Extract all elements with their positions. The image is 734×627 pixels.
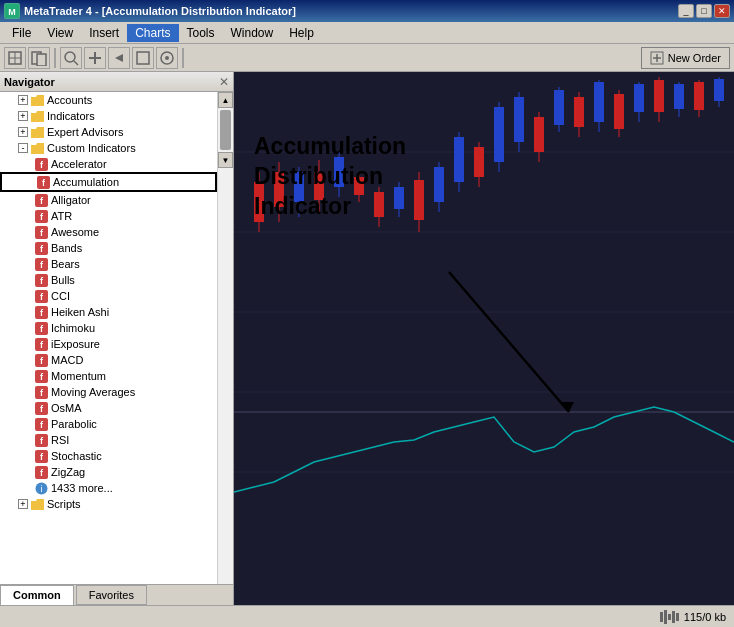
tree-item-osma[interactable]: f OsMA <box>0 400 217 416</box>
tree-item-parabolic[interactable]: f Parabolic <box>0 416 217 432</box>
tree-item-bulls[interactable]: f Bulls <box>0 272 217 288</box>
zigzag-label: ZigZag <box>51 466 85 478</box>
expand-custom-icon[interactable]: - <box>18 143 28 153</box>
expand-scripts-icon[interactable]: + <box>18 499 28 509</box>
svg-rect-91 <box>494 107 504 162</box>
toolbar-btn-6[interactable] <box>132 47 154 69</box>
status-bar: 115/0 kb <box>0 605 734 627</box>
tree-item-heiken-ashi[interactable]: f Heiken Ashi <box>0 304 217 320</box>
tree-item-bears[interactable]: f Bears <box>0 256 217 272</box>
bears-label: Bears <box>51 258 80 270</box>
tree-item-custom-indicators[interactable]: - Custom Indicators <box>0 140 217 156</box>
tree-item-scripts[interactable]: + Scripts <box>0 496 217 512</box>
window-title: MetaTrader 4 - [Accumulation Distributio… <box>24 5 296 17</box>
tree-item-moving-averages[interactable]: f Moving Averages <box>0 384 217 400</box>
tree-item-macd[interactable]: f MACD <box>0 352 217 368</box>
menu-insert[interactable]: Insert <box>81 24 127 42</box>
tab-common[interactable]: Common <box>0 585 74 605</box>
bands-label: Bands <box>51 242 82 254</box>
indicators-label: Indicators <box>47 110 95 122</box>
tree-item-momentum[interactable]: f Momentum <box>0 368 217 384</box>
app-icon: M <box>4 3 20 19</box>
zigzag-icon: f <box>34 465 48 479</box>
menu-help[interactable]: Help <box>281 24 322 42</box>
svg-marker-11 <box>115 54 123 62</box>
menu-bar: File View Insert Charts Tools Window Hel… <box>0 22 734 44</box>
accumulation-label: Accumulation <box>53 176 119 188</box>
scroll-thumb[interactable] <box>220 110 231 150</box>
tree-item-accounts[interactable]: + Accounts <box>0 92 217 108</box>
indicators-folder-icon <box>30 109 44 123</box>
chart-area: Accumulation Distribution Indicator <box>234 72 734 605</box>
more-label: 1433 more... <box>51 482 113 494</box>
toolbar-btn-4[interactable] <box>84 47 106 69</box>
iexposure-icon: f <box>34 337 48 351</box>
cci-label: CCI <box>51 290 70 302</box>
menu-charts[interactable]: Charts <box>127 24 178 42</box>
stochastic-label: Stochastic <box>51 450 102 462</box>
iexposure-label: iExposure <box>51 338 100 350</box>
tree-item-zigzag[interactable]: f ZigZag <box>0 464 217 480</box>
svg-line-8 <box>74 61 78 65</box>
tree-item-more[interactable]: i 1433 more... <box>0 480 217 496</box>
awesome-label: Awesome <box>51 226 99 238</box>
macd-icon: f <box>34 353 48 367</box>
navigator-panel: Navigator ✕ + Accounts + <box>0 72 234 605</box>
menu-view[interactable]: View <box>39 24 81 42</box>
tree-item-accumulation[interactable]: f Accumulation <box>0 172 217 192</box>
ichimoku-label: Ichimoku <box>51 322 95 334</box>
ma-icon: f <box>34 385 48 399</box>
accounts-folder-icon <box>30 93 44 107</box>
tree-item-alligator[interactable]: f Alligator <box>0 192 217 208</box>
menu-file[interactable]: File <box>4 24 39 42</box>
toolbar-btn-5[interactable] <box>108 47 130 69</box>
parabolic-label: Parabolic <box>51 418 97 430</box>
menu-tools[interactable]: Tools <box>179 24 223 42</box>
svg-rect-109 <box>674 84 684 109</box>
navigator-scrollbar[interactable]: ▲ ▼ <box>217 92 233 584</box>
tree-item-awesome[interactable]: f Awesome <box>0 224 217 240</box>
accelerator-icon: f <box>34 157 48 171</box>
tree-item-rsi[interactable]: f RSI <box>0 432 217 448</box>
toolbar-btn-7[interactable] <box>156 47 178 69</box>
scroll-up-button[interactable]: ▲ <box>218 92 233 108</box>
minimize-button[interactable]: _ <box>678 4 694 18</box>
toolbar-btn-2[interactable] <box>28 47 50 69</box>
expand-ea-icon[interactable]: + <box>18 127 28 137</box>
scripts-folder-icon <box>30 497 44 511</box>
maximize-button[interactable]: □ <box>696 4 712 18</box>
memory-icon <box>660 610 680 624</box>
tab-favorites[interactable]: Favorites <box>76 585 147 605</box>
svg-rect-95 <box>534 117 544 152</box>
stochastic-icon: f <box>34 449 48 463</box>
tree-item-indicators[interactable]: + Indicators <box>0 108 217 124</box>
svg-rect-87 <box>454 137 464 182</box>
tree-item-ichimoku[interactable]: f Ichimoku <box>0 320 217 336</box>
tree-item-cci[interactable]: f CCI <box>0 288 217 304</box>
new-order-button[interactable]: New Order <box>641 47 730 69</box>
scroll-down-button[interactable]: ▼ <box>218 152 233 168</box>
tree-item-atr[interactable]: f ATR <box>0 208 217 224</box>
heiken-icon: f <box>34 305 48 319</box>
svg-rect-85 <box>434 167 444 202</box>
navigator-tabs: Common Favorites <box>0 584 233 605</box>
tree-item-iexposure[interactable]: f iExposure <box>0 336 217 352</box>
tree-item-expert-advisors[interactable]: + Expert Advisors <box>0 124 217 140</box>
ma-label: Moving Averages <box>51 386 135 398</box>
tree-item-accelerator[interactable]: f Accelerator <box>0 156 217 172</box>
navigator-title: Navigator <box>4 76 55 88</box>
bands-icon: f <box>34 241 48 255</box>
toolbar-btn-3[interactable] <box>60 47 82 69</box>
tree-item-stochastic[interactable]: f Stochastic <box>0 448 217 464</box>
menu-window[interactable]: Window <box>223 24 282 42</box>
tree-item-bands[interactable]: f Bands <box>0 240 217 256</box>
toolbar-btn-1[interactable] <box>4 47 26 69</box>
toolbar-right: New Order <box>641 47 730 69</box>
navigator-close-button[interactable]: ✕ <box>219 75 229 89</box>
close-button[interactable]: ✕ <box>714 4 730 18</box>
annotation-line-3: Indicator <box>254 192 406 222</box>
rsi-label: RSI <box>51 434 69 446</box>
window-controls[interactable]: _ □ ✕ <box>678 4 730 18</box>
expand-accounts-icon[interactable]: + <box>18 95 28 105</box>
expand-indicators-icon[interactable]: + <box>18 111 28 121</box>
